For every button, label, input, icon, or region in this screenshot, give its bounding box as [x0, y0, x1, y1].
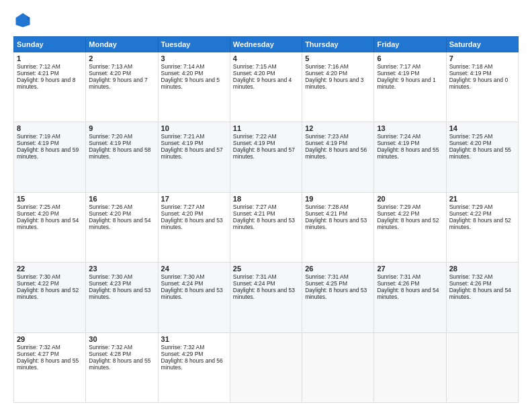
- calendar-cell: 8Sunrise: 7:19 AMSunset: 4:19 PMDaylight…: [14, 122, 86, 192]
- day-number: 26: [305, 265, 371, 273]
- calendar-cell: [446, 332, 518, 402]
- logo-icon: [13, 11, 32, 30]
- weekday-header-row: SundayMondayTuesdayWednesdayThursdayFrid…: [14, 37, 519, 52]
- sunrise-label: Sunrise: 7:31 AM: [233, 273, 277, 280]
- sunrise-label: Sunrise: 7:19 AM: [17, 133, 60, 140]
- daylight-label: Daylight: 8 hours and 53 minutes.: [161, 287, 223, 300]
- sunrise-label: Sunrise: 7:12 AM: [17, 63, 60, 70]
- day-number: 16: [89, 195, 154, 203]
- day-number: 23: [89, 265, 154, 273]
- sunset-label: Sunset: 4:20 PM: [89, 70, 131, 77]
- calendar-cell: 10Sunrise: 7:21 AMSunset: 4:19 PMDayligh…: [158, 122, 230, 192]
- calendar-cell: [302, 332, 374, 402]
- day-number: 12: [305, 124, 371, 132]
- sunset-label: Sunset: 4:24 PM: [161, 280, 204, 287]
- calendar-cell: 16Sunrise: 7:26 AMSunset: 4:20 PMDayligh…: [86, 192, 158, 262]
- sunrise-label: Sunrise: 7:30 AM: [89, 273, 132, 280]
- sunrise-label: Sunrise: 7:15 AM: [233, 63, 277, 70]
- calendar-cell: 21Sunrise: 7:29 AMSunset: 4:22 PMDayligh…: [446, 192, 518, 262]
- sunrise-label: Sunrise: 7:27 AM: [233, 203, 277, 210]
- calendar-cell: 20Sunrise: 7:29 AMSunset: 4:22 PMDayligh…: [374, 192, 446, 262]
- day-number: 4: [233, 54, 299, 62]
- sunset-label: Sunset: 4:29 PM: [161, 351, 204, 357]
- day-number: 19: [305, 195, 371, 203]
- day-number: 3: [161, 54, 227, 62]
- calendar-cell: 17Sunrise: 7:27 AMSunset: 4:20 PMDayligh…: [158, 192, 230, 262]
- day-number: 29: [17, 335, 83, 343]
- calendar-cell: 25Sunrise: 7:31 AMSunset: 4:24 PMDayligh…: [230, 263, 302, 332]
- daylight-label: Daylight: 8 hours and 58 minutes.: [89, 146, 150, 160]
- sunset-label: Sunset: 4:20 PM: [89, 210, 131, 217]
- calendar-week-row: 15Sunrise: 7:25 AMSunset: 4:20 PMDayligh…: [14, 192, 519, 262]
- calendar-cell: 9Sunrise: 7:20 AMSunset: 4:19 PMDaylight…: [86, 122, 158, 192]
- calendar-cell: 4Sunrise: 7:15 AMSunset: 4:20 PMDaylight…: [230, 52, 302, 122]
- calendar-week-row: 29Sunrise: 7:32 AMSunset: 4:27 PMDayligh…: [14, 332, 519, 402]
- weekday-header-sunday: Sunday: [14, 37, 86, 52]
- page: SundayMondayTuesdayWednesdayThursdayFrid…: [0, 0, 532, 411]
- sunset-label: Sunset: 4:20 PM: [17, 210, 59, 217]
- day-number: 6: [377, 54, 443, 62]
- calendar-cell: 27Sunrise: 7:31 AMSunset: 4:26 PMDayligh…: [374, 263, 446, 332]
- calendar-cell: 29Sunrise: 7:32 AMSunset: 4:27 PMDayligh…: [14, 332, 86, 402]
- sunset-label: Sunset: 4:22 PM: [449, 210, 492, 217]
- weekday-header-thursday: Thursday: [302, 37, 374, 52]
- sunrise-label: Sunrise: 7:14 AM: [161, 63, 205, 70]
- day-number: 28: [449, 265, 515, 273]
- sunset-label: Sunset: 4:28 PM: [89, 351, 131, 357]
- sunset-label: Sunset: 4:19 PM: [17, 140, 59, 146]
- sunset-label: Sunset: 4:21 PM: [233, 210, 275, 217]
- sunrise-label: Sunrise: 7:21 AM: [161, 133, 205, 140]
- sunset-label: Sunset: 4:19 PM: [89, 140, 131, 146]
- sunrise-label: Sunrise: 7:27 AM: [161, 203, 205, 210]
- calendar-cell: 19Sunrise: 7:28 AMSunset: 4:21 PMDayligh…: [302, 192, 374, 262]
- day-number: 21: [449, 195, 515, 203]
- sunrise-label: Sunrise: 7:30 AM: [161, 273, 205, 280]
- sunset-label: Sunset: 4:26 PM: [449, 280, 492, 287]
- sunset-label: Sunset: 4:23 PM: [89, 280, 131, 287]
- sunrise-label: Sunrise: 7:18 AM: [449, 63, 493, 70]
- weekday-header-friday: Friday: [374, 37, 446, 52]
- daylight-label: Daylight: 8 hours and 55 minutes.: [89, 357, 150, 371]
- sunset-label: Sunset: 4:19 PM: [377, 70, 419, 77]
- sunrise-label: Sunrise: 7:29 AM: [449, 203, 493, 210]
- calendar-cell: 30Sunrise: 7:32 AMSunset: 4:28 PMDayligh…: [86, 332, 158, 402]
- sunset-label: Sunset: 4:27 PM: [17, 351, 59, 357]
- daylight-label: Daylight: 8 hours and 54 minutes.: [377, 287, 439, 300]
- sunrise-label: Sunrise: 7:31 AM: [305, 273, 349, 280]
- day-number: 22: [17, 265, 83, 273]
- sunrise-label: Sunrise: 7:30 AM: [17, 273, 60, 280]
- daylight-label: Daylight: 8 hours and 55 minutes.: [377, 146, 439, 160]
- daylight-label: Daylight: 8 hours and 53 minutes.: [233, 217, 295, 230]
- calendar-week-row: 8Sunrise: 7:19 AMSunset: 4:19 PMDaylight…: [14, 122, 519, 192]
- day-number: 30: [89, 335, 154, 343]
- header: [13, 11, 519, 30]
- day-number: 14: [449, 124, 515, 132]
- sunrise-label: Sunrise: 7:25 AM: [449, 133, 493, 140]
- sunrise-label: Sunrise: 7:25 AM: [17, 203, 60, 210]
- sunrise-label: Sunrise: 7:31 AM: [377, 273, 420, 280]
- weekday-header-monday: Monday: [86, 37, 158, 52]
- daylight-label: Daylight: 8 hours and 56 minutes.: [161, 357, 223, 371]
- calendar-cell: 18Sunrise: 7:27 AMSunset: 4:21 PMDayligh…: [230, 192, 302, 262]
- daylight-label: Daylight: 8 hours and 55 minutes.: [17, 357, 79, 371]
- sunset-label: Sunset: 4:20 PM: [161, 70, 204, 77]
- day-number: 5: [305, 54, 371, 62]
- day-number: 2: [89, 54, 154, 62]
- sunset-label: Sunset: 4:20 PM: [161, 210, 204, 217]
- svg-marker-0: [16, 13, 30, 28]
- day-number: 18: [233, 195, 299, 203]
- sunset-label: Sunset: 4:21 PM: [17, 70, 59, 77]
- daylight-label: Daylight: 8 hours and 53 minutes.: [89, 287, 150, 300]
- calendar-week-row: 1Sunrise: 7:12 AMSunset: 4:21 PMDaylight…: [14, 52, 519, 122]
- day-number: 31: [161, 335, 227, 343]
- daylight-label: Daylight: 8 hours and 53 minutes.: [305, 217, 367, 230]
- weekday-header-wednesday: Wednesday: [230, 37, 302, 52]
- day-number: 24: [161, 265, 227, 273]
- sunset-label: Sunset: 4:20 PM: [233, 70, 275, 77]
- day-number: 11: [233, 124, 299, 132]
- calendar-cell: 14Sunrise: 7:25 AMSunset: 4:20 PMDayligh…: [446, 122, 518, 192]
- sunrise-label: Sunrise: 7:29 AM: [377, 203, 420, 210]
- sunrise-label: Sunrise: 7:22 AM: [233, 133, 277, 140]
- daylight-label: Daylight: 8 hours and 54 minutes.: [89, 217, 150, 230]
- day-number: 10: [161, 124, 227, 132]
